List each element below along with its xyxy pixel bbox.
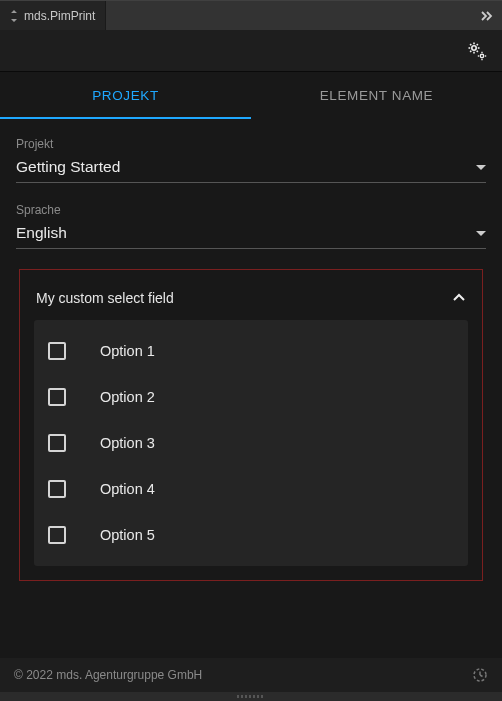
module-tab[interactable]: mds.PimPrint	[0, 1, 106, 30]
list-item[interactable]: Option 1	[34, 328, 468, 374]
info-clock-icon[interactable]	[472, 667, 488, 683]
chevron-down-icon	[476, 165, 486, 170]
option-label: Option 3	[100, 435, 155, 451]
expand-panel-button[interactable]	[472, 1, 502, 30]
footer: © 2022 mds. Agenturgruppe GmbH	[0, 658, 502, 692]
tab-label: ELEMENT NAME	[320, 88, 433, 103]
option-label: Option 5	[100, 527, 155, 543]
field-projekt: Projekt Getting Started	[16, 137, 486, 183]
tab-label: PROJEKT	[92, 88, 158, 103]
top-bar-spacer	[106, 1, 472, 30]
tabs: PROJEKT ELEMENT NAME	[0, 72, 502, 119]
module-tab-bar: mds.PimPrint	[0, 0, 502, 30]
svg-line-5	[470, 44, 471, 45]
option-label: Option 1	[100, 343, 155, 359]
resize-handle[interactable]	[0, 692, 502, 701]
field-sprache: Sprache English	[16, 203, 486, 249]
custom-select-header[interactable]: My custom select field	[34, 284, 468, 320]
drag-handle-icon	[10, 10, 18, 22]
module-tab-label: mds.PimPrint	[24, 9, 95, 23]
chevron-down-icon	[476, 231, 486, 236]
list-item[interactable]: Option 4	[34, 466, 468, 512]
toolbar	[0, 30, 502, 72]
tab-projekt[interactable]: PROJEKT	[0, 72, 251, 119]
copyright-text: © 2022 mds. Agenturgruppe GmbH	[14, 668, 202, 682]
panel-title: My custom select field	[36, 290, 174, 306]
options-list: Option 1 Option 2 Option 3 Option 4 Opti…	[34, 320, 468, 566]
svg-line-7	[470, 50, 471, 51]
grip-icon	[237, 695, 265, 698]
svg-point-0	[472, 45, 476, 49]
sprache-select[interactable]: English	[16, 220, 486, 249]
svg-line-8	[477, 44, 478, 45]
checkbox[interactable]	[48, 434, 66, 452]
field-value: English	[16, 224, 67, 242]
checkbox[interactable]	[48, 388, 66, 406]
field-value: Getting Started	[16, 158, 120, 176]
custom-select-panel: My custom select field Option 1 Option 2…	[19, 269, 483, 581]
list-item[interactable]: Option 5	[34, 512, 468, 558]
form-area: Projekt Getting Started Sprache English …	[0, 119, 502, 609]
list-item[interactable]: Option 3	[34, 420, 468, 466]
svg-line-6	[477, 50, 478, 51]
option-label: Option 4	[100, 481, 155, 497]
checkbox[interactable]	[48, 480, 66, 498]
option-label: Option 2	[100, 389, 155, 405]
svg-line-16	[480, 675, 483, 677]
list-item[interactable]: Option 2	[34, 374, 468, 420]
projekt-select[interactable]: Getting Started	[16, 154, 486, 183]
checkbox[interactable]	[48, 342, 66, 360]
field-label: Sprache	[16, 203, 486, 217]
field-label: Projekt	[16, 137, 486, 151]
svg-point-9	[480, 54, 483, 57]
chevron-up-icon	[452, 293, 466, 303]
checkbox[interactable]	[48, 526, 66, 544]
tab-element-name[interactable]: ELEMENT NAME	[251, 72, 502, 119]
settings-gears-icon[interactable]	[466, 40, 488, 62]
